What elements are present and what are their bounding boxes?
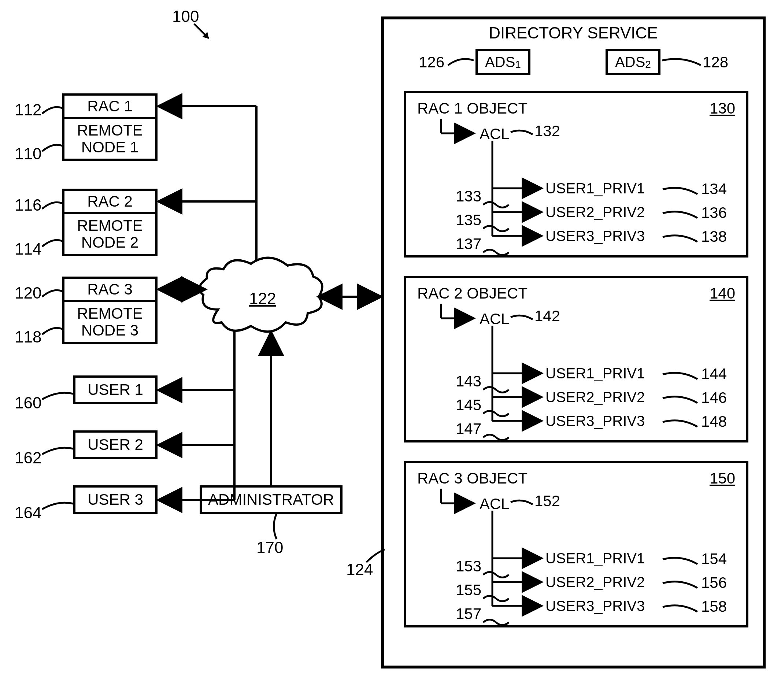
leader-138 [663, 235, 699, 244]
rac2-object: RAC 2 OBJECT 140 ACL 142 USER1_PRIV1 USE… [404, 276, 748, 442]
rac1-priv1: USER1_PRIV1 [545, 180, 645, 197]
rac3-priv3: USER3_PRIV3 [545, 598, 645, 614]
leader-134 [663, 188, 699, 197]
rac1-priv3: USER3_PRIV3 [545, 228, 645, 244]
rac1-acl: ACL [480, 125, 510, 143]
connectors [0, 0, 403, 520]
ads2-sub: 2 [645, 58, 651, 70]
ref-158: 158 [701, 598, 727, 615]
leader-148 [663, 420, 699, 429]
rac2-obj-title: RAC 2 OBJECT [417, 285, 528, 302]
tilde-143 [483, 386, 509, 393]
leader-158 [663, 605, 699, 614]
rac1-priv2: USER2_PRIV2 [545, 204, 645, 220]
ref-133: 133 [456, 188, 481, 205]
tilde-147 [483, 434, 509, 441]
leader-124 [366, 550, 388, 564]
rac2-acl: ACL [480, 310, 510, 328]
ads1-box: ADS1 [476, 49, 530, 75]
ref-147: 147 [456, 420, 481, 438]
ds-title: DIRECTORY SERVICE [384, 24, 763, 42]
tilde-153 [483, 571, 509, 578]
rac2-priv2: USER2_PRIV2 [545, 389, 645, 405]
tilde-145 [483, 410, 509, 417]
ref-152: 152 [535, 492, 560, 510]
ref-146: 146 [701, 389, 727, 407]
rac2-priv3: USER3_PRIV3 [545, 413, 645, 429]
ref-128: 128 [703, 53, 728, 71]
leader-146 [663, 396, 699, 405]
ref-135: 135 [456, 212, 481, 229]
ref-145: 145 [456, 396, 481, 414]
tilde-133 [483, 201, 509, 208]
ref-156: 156 [701, 574, 727, 592]
ref-134: 134 [701, 180, 727, 198]
ref-126: 126 [419, 53, 445, 71]
leader-152 [511, 498, 535, 507]
ref-170: 170 [256, 538, 283, 557]
ref-144: 144 [701, 365, 727, 383]
ref-148: 148 [701, 413, 727, 430]
rac1-object: RAC 1 OBJECT 130 ACL 132 USER1_PRIV1 USE… [404, 91, 748, 258]
ref-138: 138 [701, 228, 727, 245]
rac3-obj-title: RAC 3 OBJECT [417, 470, 528, 487]
rac3-obj-id: 150 [709, 470, 735, 487]
leader-132 [511, 128, 535, 137]
rac1-obj-title: RAC 1 OBJECT [417, 100, 528, 117]
rac2-obj-id: 140 [709, 285, 735, 302]
ref-143: 143 [456, 373, 481, 390]
ref-137: 137 [456, 235, 481, 253]
leader-144 [663, 373, 699, 382]
leader-126 [448, 56, 476, 67]
ads2-box: ADS2 [606, 49, 661, 75]
tilde-137 [483, 249, 509, 256]
ref-153: 153 [456, 558, 481, 575]
ref-154: 154 [701, 550, 727, 568]
leader-128 [662, 56, 703, 67]
rac2-priv1: USER1_PRIV1 [545, 365, 645, 382]
ref-136: 136 [701, 204, 727, 222]
rac3-priv2: USER2_PRIV2 [545, 574, 645, 590]
ref-132: 132 [535, 122, 560, 140]
leader-142 [511, 313, 535, 322]
rac3-acl: ACL [480, 495, 510, 513]
rac3-object: RAC 3 OBJECT 150 ACL 152 USER1_PRIV1 USE… [404, 461, 748, 627]
ref-157: 157 [456, 605, 481, 623]
leader-154 [663, 558, 699, 567]
rac3-priv1: USER1_PRIV1 [545, 550, 645, 567]
ads1-sub: 1 [515, 58, 521, 70]
tilde-157 [483, 619, 509, 626]
ref-155: 155 [456, 581, 481, 599]
tilde-155 [483, 595, 509, 602]
leader-136 [663, 212, 699, 220]
directory-service-container: DIRECTORY SERVICE ADS1 126 ADS2 128 RAC … [381, 17, 766, 668]
tilde-135 [483, 225, 509, 232]
ads1-label: ADS [485, 54, 515, 70]
rac1-obj-id: 130 [709, 100, 735, 117]
ref-142: 142 [535, 307, 560, 325]
leader-156 [663, 581, 699, 590]
ads2-label: ADS [615, 54, 645, 70]
